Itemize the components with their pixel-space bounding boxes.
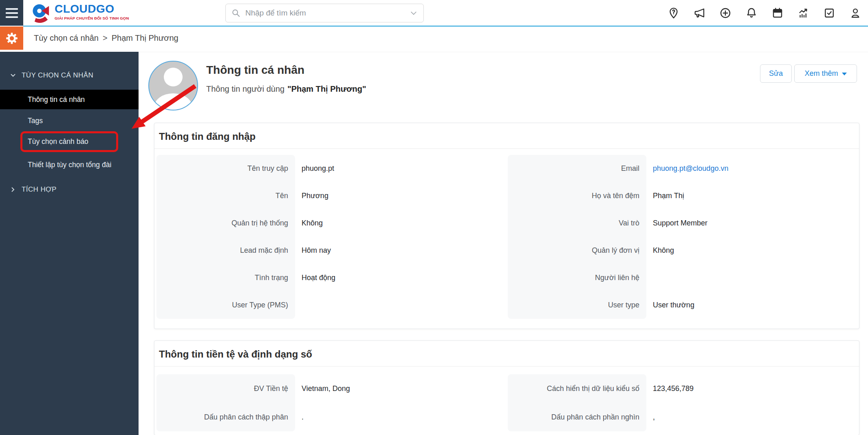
chevron-down-icon[interactable] — [410, 9, 418, 17]
breadcrumb-bar: Tùy chọn cá nhân > Phạm Thị Phương — [0, 26, 868, 52]
sidebar-item[interactable]: Thiết lập tùy chọn tổng đài — [0, 155, 139, 174]
subtitle-username: "Phạm Thị Phương" — [287, 84, 366, 93]
settings-gear-icon[interactable] — [0, 26, 23, 50]
subtitle-prefix: Thông tin người dùng — [206, 84, 284, 93]
field-label: Người liên hệ — [508, 264, 646, 291]
field-row: User typeUser thường — [508, 291, 857, 319]
edit-button[interactable]: Sửa — [760, 64, 792, 83]
field-value: phuong.pt — [295, 155, 506, 182]
field-label: Tên truy cập — [156, 155, 295, 182]
field-label: Lead mặc định — [156, 237, 295, 264]
field-row: Họ và tên đệmPhạm Thị — [508, 182, 857, 210]
tasks-checkbox-icon[interactable] — [823, 7, 836, 20]
sidebar-section-header[interactable]: TÍCH HỢP — [0, 181, 139, 198]
field-value: Phạm Thị — [646, 182, 857, 210]
field-value: Hoạt động — [295, 264, 506, 291]
field-row: Vai tròSupport Member — [508, 210, 857, 237]
sidebar-section-label: TÍCH HỢP — [22, 185, 57, 194]
breadcrumb: Tùy chọn cá nhân > Phạm Thị Phương — [34, 26, 178, 50]
field-label: Quản lý đơn vị — [508, 237, 646, 264]
field-row: Dấu phân cách thập phân. — [156, 403, 506, 431]
field-label: Vai trò — [508, 210, 646, 237]
brand-name: CLOUDGO — [55, 3, 129, 15]
field-label: Email — [508, 155, 646, 182]
top-bar: CLOUDGO GIẢI PHÁP CHUYỂN ĐỔI SỐ TINH GỌN — [0, 0, 868, 26]
calendar-icon[interactable] — [771, 7, 784, 20]
user-icon[interactable] — [849, 7, 862, 20]
field-row: Lead mặc địnhHôm nay — [156, 237, 506, 264]
sidebar-item[interactable]: Thông tin cá nhân — [0, 90, 139, 109]
field-row: Dấu phân cách phần nghìn, — [508, 403, 857, 431]
app-window: CLOUDGO GIẢI PHÁP CHUYỂN ĐỔI SỐ TINH GỌN — [0, 0, 868, 435]
chevron-right-icon — [10, 187, 16, 192]
cloudgo-logo-icon — [31, 3, 51, 23]
field-value: Phương — [295, 182, 506, 210]
breadcrumb-section[interactable]: Tùy chọn cá nhân — [34, 33, 99, 43]
field-row: ĐV Tiền tệVietnam, Dong — [156, 374, 506, 403]
field-row: Tên truy cậpphuong.pt — [156, 155, 506, 182]
field-value: 123,456,789 — [646, 374, 857, 403]
field-label: Cách hiển thị dữ liệu kiểu số — [508, 374, 646, 403]
sidebar-item[interactable]: Tùy chọn cảnh báo — [20, 131, 118, 152]
brand-tagline: GIẢI PHÁP CHUYỂN ĐỔI SỐ TINH GỌN — [55, 16, 129, 20]
megaphone-icon[interactable] — [693, 7, 706, 20]
avatar[interactable] — [148, 61, 198, 110]
info-card: Thông tin tiền tệ và định dạng sốĐV Tiền… — [154, 340, 859, 435]
field-row: Tình trạngHoạt động — [156, 264, 506, 291]
hamburger-menu-icon[interactable] — [0, 0, 23, 26]
more-actions-button[interactable]: Xem thêm — [794, 64, 857, 83]
field-value: . — [295, 403, 506, 431]
field-row: Quản lý đơn vịKhông — [508, 237, 857, 264]
sidebar-section-header[interactable]: TÙY CHỌN CÁ NHÂN — [0, 67, 139, 84]
field-value — [295, 291, 506, 319]
topbar-icon-row — [667, 0, 862, 26]
field-label: ĐV Tiền tệ — [156, 374, 295, 403]
sidebar: TÙY CHỌN CÁ NHÂNThông tin cá nhânTagsTùy… — [0, 52, 139, 435]
field-value: Vietnam, Dong — [295, 374, 506, 403]
field-value: User thường — [646, 291, 857, 319]
breadcrumb-current: Phạm Thị Phương — [112, 33, 178, 43]
field-value: Không — [646, 237, 857, 264]
info-card: Thông tin đăng nhậpTên truy cậpphuong.pt… — [154, 123, 859, 329]
location-question-icon[interactable] — [667, 7, 680, 20]
plus-circle-icon[interactable] — [719, 7, 732, 20]
sidebar-item[interactable]: Tags — [0, 111, 139, 130]
field-value: , — [646, 403, 857, 431]
caret-down-icon — [842, 73, 847, 75]
field-label: User type — [508, 291, 646, 319]
page-subtitle: Thông tin người dùng"Phạm Thị Phương" — [206, 84, 366, 94]
field-row: TênPhương — [156, 182, 506, 210]
field-label: Tên — [156, 182, 295, 210]
field-label: Dấu phân cách thập phân — [156, 403, 295, 431]
search-input[interactable] — [245, 8, 405, 18]
field-value-link[interactable]: phuong.pt@cloudgo.vn — [646, 155, 857, 182]
field-label: Dấu phân cách phần nghìn — [508, 403, 646, 431]
field-label: Tình trạng — [156, 264, 295, 291]
field-row: User Type (PMS) — [156, 291, 506, 319]
field-value: Không — [295, 210, 506, 237]
field-value — [646, 264, 857, 291]
field-value: Hôm nay — [295, 237, 506, 264]
field-row: Emailphuong.pt@cloudgo.vn — [508, 155, 857, 182]
card-title: Thông tin tiền tệ và định dạng số — [154, 341, 859, 367]
card-title: Thông tin đăng nhập — [154, 123, 859, 149]
chevron-down-icon — [10, 73, 16, 78]
field-label: User Type (PMS) — [156, 291, 295, 319]
search-icon — [231, 9, 240, 18]
bell-icon[interactable] — [745, 7, 758, 20]
field-row: Quản trị hệ thốngKhông — [156, 210, 506, 237]
analytics-icon[interactable] — [797, 7, 810, 20]
field-label: Họ và tên đệm — [508, 182, 646, 210]
field-label: Quản trị hệ thống — [156, 210, 295, 237]
more-actions-label: Xem thêm — [804, 69, 838, 78]
field-value: Support Member — [646, 210, 857, 237]
sidebar-section-label: TÙY CHỌN CÁ NHÂN — [22, 71, 93, 79]
breadcrumb-separator: > — [103, 33, 108, 43]
global-search[interactable] — [225, 4, 424, 22]
page-title: Thông tin cá nhân — [206, 64, 304, 77]
field-row: Cách hiển thị dữ liệu kiểu số123,456,789 — [508, 374, 857, 403]
field-row: Người liên hệ — [508, 264, 857, 291]
app-logo[interactable]: CLOUDGO GIẢI PHÁP CHUYỂN ĐỔI SỐ TINH GỌN — [31, 3, 129, 23]
